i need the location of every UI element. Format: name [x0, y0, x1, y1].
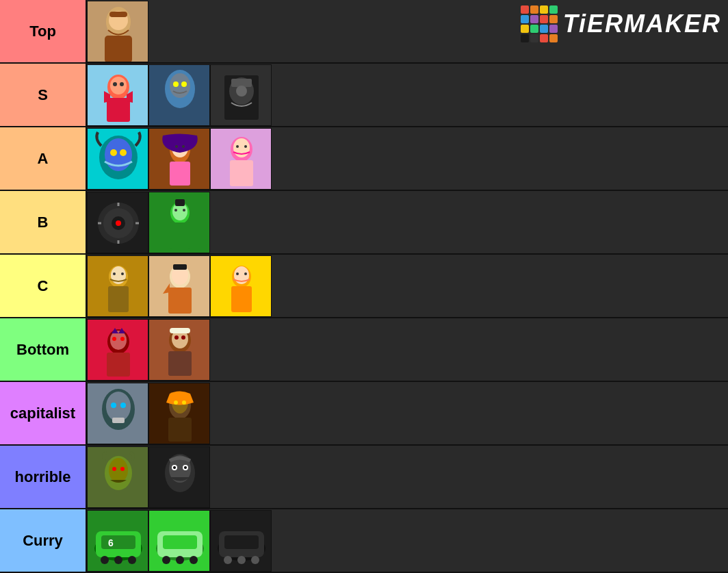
tier-item-b1[interactable] — [87, 192, 148, 253]
tier-item-a1[interactable] — [87, 128, 148, 190]
tier-item-s1[interactable] — [87, 64, 148, 126]
tier-item-c1[interactable] — [87, 255, 148, 317]
tier-item-cur3[interactable] — [210, 510, 272, 572]
svg-point-128 — [224, 556, 232, 564]
tier-row-c: C — [0, 255, 728, 318]
tier-content-horrible[interactable] — [86, 446, 728, 508]
svg-rect-2 — [105, 36, 132, 62]
tier-content-bottom[interactable] — [86, 318, 728, 381]
svg-rect-73 — [107, 353, 130, 377]
tier-row-capitalist: capitalist — [0, 382, 728, 446]
svg-rect-126 — [224, 535, 259, 549]
svg-point-86 — [106, 392, 131, 422]
tier-label-a: A — [0, 127, 86, 190]
tier-item-bot1[interactable] — [87, 319, 148, 381]
tier-content-s[interactable] — [86, 64, 728, 126]
svg-point-114 — [128, 556, 136, 564]
tiermaker-logo-text: TiERMAKER — [563, 10, 721, 38]
logo-cell — [530, 25, 538, 33]
tier-item-cap1[interactable] — [87, 383, 148, 444]
svg-rect-89 — [112, 418, 125, 423]
svg-point-127 — [237, 556, 246, 564]
svg-point-13 — [170, 73, 190, 98]
tier-label-s: S — [0, 64, 86, 126]
tier-item-cur1[interactable]: 6 — [87, 510, 148, 572]
tier-row-bottom: Bottom — [0, 318, 728, 382]
svg-rect-92 — [168, 418, 192, 442]
svg-point-69 — [236, 272, 239, 275]
svg-rect-119 — [163, 535, 197, 549]
logo-cell — [549, 5, 558, 14]
tier-item-bot2[interactable] — [148, 319, 210, 381]
svg-point-42 — [116, 220, 121, 226]
logo-cell — [530, 5, 538, 14]
tier-label-capitalist: capitalist — [0, 382, 86, 444]
tier-item-c3[interactable] — [210, 255, 272, 317]
logo-cell — [521, 25, 529, 33]
tier-label-curry: Curry — [0, 509, 86, 572]
logo-cell — [540, 5, 548, 14]
tier-content-a[interactable] — [86, 127, 728, 190]
svg-point-88 — [120, 403, 126, 408]
svg-point-51 — [174, 209, 177, 212]
tier-item-a3[interactable] — [210, 128, 272, 190]
svg-point-59 — [121, 272, 124, 275]
svg-point-70 — [244, 272, 247, 275]
svg-point-113 — [101, 556, 109, 564]
logo-cell — [521, 5, 529, 14]
svg-point-10 — [120, 82, 124, 86]
tier-item-top1[interactable] — [87, 1, 148, 62]
tier-item-hor2[interactable] — [148, 446, 210, 508]
svg-point-95 — [182, 400, 186, 405]
svg-point-52 — [183, 209, 185, 212]
svg-point-99 — [112, 467, 116, 471]
svg-point-107 — [184, 466, 187, 469]
tier-item-b2[interactable] — [148, 192, 210, 253]
tier-row-a: A — [0, 127, 728, 191]
tier-content-curry[interactable]: 6 — [86, 509, 728, 572]
svg-rect-34 — [230, 160, 253, 186]
svg-point-76 — [120, 337, 125, 341]
svg-point-20 — [236, 86, 247, 97]
tier-item-hor1[interactable] — [87, 446, 148, 508]
svg-point-37 — [244, 145, 247, 148]
logo-cell — [521, 34, 529, 42]
svg-point-9 — [113, 82, 117, 86]
tier-table: TopSABCBottomcapitalisthorribleCurry6 — [0, 0, 728, 573]
tier-item-c2[interactable] — [148, 255, 210, 317]
svg-rect-7 — [107, 98, 130, 122]
logo-cell — [540, 34, 548, 42]
tier-label-bottom: Bottom — [0, 318, 86, 381]
svg-rect-81 — [170, 328, 190, 333]
logo-cell — [530, 15, 538, 23]
tier-content-capitalist[interactable] — [86, 382, 728, 444]
tier-row-curry: Curry6 — [0, 509, 728, 573]
svg-rect-4 — [109, 12, 127, 17]
tier-item-a2[interactable] — [148, 128, 210, 190]
svg-point-14 — [173, 81, 179, 87]
logo-grid — [521, 5, 558, 42]
logo-container: TiERMAKER — [521, 5, 721, 42]
svg-point-25 — [120, 149, 127, 156]
tier-item-s3[interactable] — [210, 64, 272, 126]
tier-item-cur2[interactable] — [148, 510, 210, 572]
tier-item-s2[interactable] — [148, 64, 210, 126]
tier-label-horrible: horrible — [0, 446, 86, 508]
svg-text:6: 6 — [108, 537, 114, 548]
svg-point-121 — [162, 556, 170, 564]
tier-label-top: Top — [0, 0, 86, 62]
svg-rect-49 — [170, 222, 190, 249]
svg-point-106 — [173, 466, 176, 469]
svg-rect-56 — [108, 286, 129, 312]
svg-point-30 — [175, 145, 178, 148]
logo-cell — [530, 34, 538, 42]
svg-point-98 — [109, 458, 128, 483]
tier-label-c: C — [0, 255, 86, 317]
tier-label-b: B — [0, 191, 86, 253]
logo-cell — [540, 25, 548, 33]
tier-item-cap2[interactable] — [148, 383, 210, 444]
tier-content-b[interactable] — [86, 191, 728, 253]
svg-point-83 — [181, 335, 185, 340]
tier-content-c[interactable] — [86, 255, 728, 317]
svg-point-75 — [112, 337, 116, 341]
